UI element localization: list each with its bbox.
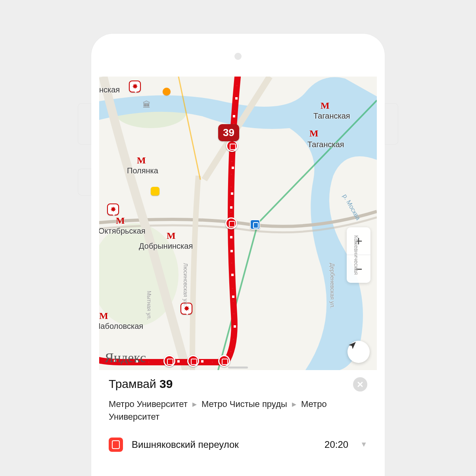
camera-dot [234, 53, 242, 60]
route-stop[interactable] [230, 273, 234, 277]
metro-icon[interactable]: М [137, 155, 146, 166]
chevron-right-icon: ▸ [192, 399, 197, 409]
route-stop[interactable] [230, 249, 234, 253]
route-stop[interactable] [177, 359, 180, 363]
chevron-down-icon: ▼ [360, 440, 367, 449]
street-label: Люсиновская ул. [182, 263, 189, 306]
street-label: Кожевническая [353, 235, 359, 275]
tram-vehicle-icon[interactable] [226, 140, 238, 152]
stop-arrival-time: 20:20 [324, 439, 348, 450]
metro-label: Добрынинская [139, 242, 193, 251]
traffic-incident-icon[interactable] [107, 203, 119, 215]
app-screen: 39 🏛 р. Москва Яндекс + − МкинскаяМТаган… [99, 77, 377, 473]
tram-vehicle-icon[interactable] [225, 217, 237, 229]
tram-vehicle-icon[interactable] [163, 355, 175, 367]
route-stop[interactable] [232, 114, 236, 118]
route-stop[interactable] [231, 295, 235, 299]
route-stop[interactable] [233, 324, 237, 328]
metro-label: Таганская [313, 111, 350, 121]
locate-me-button[interactable] [347, 341, 370, 363]
route-stop[interactable] [234, 96, 238, 100]
location-arrow-icon [347, 341, 357, 350]
route-number-badge[interactable]: 39 [218, 124, 239, 141]
gov-building-icon: 🏛 [143, 100, 151, 109]
route-point: Метро Университет [109, 399, 188, 409]
route-stop[interactable] [200, 359, 204, 363]
route-direction: Метро Университет ▸ Метро Чистые пруды ▸… [109, 398, 367, 423]
tram-stop-icon [109, 438, 123, 452]
route-stop[interactable] [229, 235, 233, 239]
metro-label: кинская [99, 85, 120, 94]
metro-icon[interactable]: М [167, 230, 176, 241]
street-label: Мытная ул. [146, 291, 152, 320]
stop-name: Вишняковский переулок [132, 439, 316, 450]
side-button [385, 103, 398, 145]
sheet-drag-handle[interactable] [228, 367, 248, 369]
chevron-right-icon: ▸ [292, 399, 296, 409]
route-title: Трамвай 39 [109, 377, 173, 391]
metro-label: Полянка [127, 166, 158, 175]
tram-vehicle-icon[interactable] [218, 355, 230, 367]
transit-stop-icon[interactable] [250, 219, 260, 230]
route-type-label: Трамвай [109, 377, 156, 390]
route-number: 39 [159, 377, 173, 390]
metro-icon[interactable]: М [321, 100, 330, 111]
street-label: Дербеневская ул. [329, 263, 336, 309]
metro-label: Таганская [307, 140, 344, 149]
nearest-stop-row[interactable]: Вишняковский переулок 20:20 ▼ [109, 438, 367, 452]
poi-icon[interactable] [151, 187, 159, 196]
traffic-incident-icon[interactable] [129, 81, 141, 92]
metro-label: Шаболовская [99, 322, 143, 331]
metro-icon[interactable]: М [99, 311, 108, 321]
route-stop[interactable] [230, 192, 234, 196]
poi-icon[interactable] [163, 88, 171, 96]
metro-icon[interactable]: М [116, 215, 125, 226]
close-button[interactable] [353, 377, 367, 392]
map-canvas[interactable]: 39 🏛 р. Москва Яндекс + − МкинскаяМТаган… [99, 77, 377, 370]
tram-vehicle-icon[interactable] [187, 355, 199, 367]
side-button [78, 169, 91, 196]
side-button [78, 103, 91, 145]
tablet-frame: 39 🏛 р. Москва Яндекс + − МкинскаяМТаган… [91, 34, 385, 476]
route-point: Метро Чистые пруды [202, 399, 287, 409]
map-brand-label: Яндекс [105, 350, 146, 365]
route-stop[interactable] [229, 205, 233, 209]
route-stop[interactable] [231, 166, 235, 170]
route-bottom-sheet: Трамвай 39 Метро Университет ▸ Метро Чис… [99, 370, 377, 456]
close-icon [357, 381, 363, 388]
metro-label: Октябрьская [99, 226, 146, 236]
metro-icon[interactable]: М [309, 128, 319, 139]
